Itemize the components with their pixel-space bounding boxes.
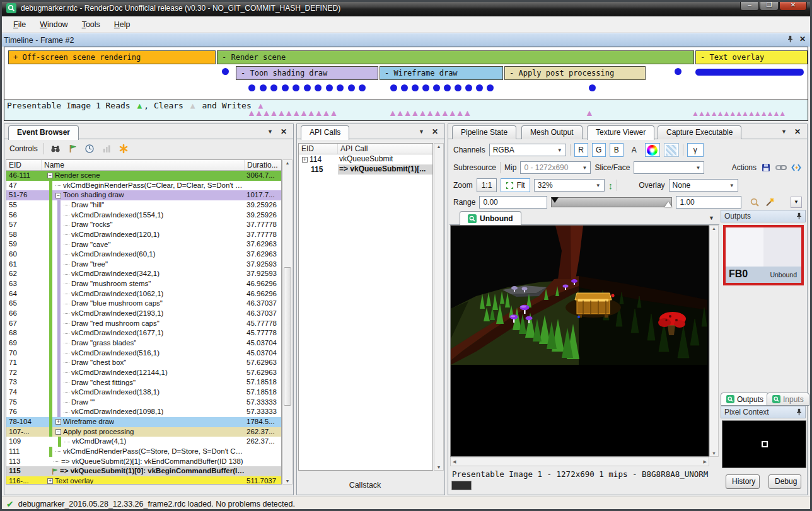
- expand-icon[interactable]: +: [302, 157, 308, 163]
- timeline-section[interactable]: - Render scene: [217, 50, 694, 64]
- timeline-draw-dot[interactable]: [465, 84, 472, 91]
- write-markers-group[interactable]: ▲: [585, 108, 593, 117]
- scroll-down-icon[interactable]: ▼: [434, 465, 443, 469]
- timeline-draw-dot[interactable]: [248, 84, 255, 91]
- timeline-draw-dot[interactable]: [260, 84, 267, 91]
- timeline-draw-dot[interactable]: [282, 84, 289, 91]
- event-row[interactable]: 71Draw "chest box"57.62963: [6, 358, 281, 368]
- preview-horizontal-scrollbar[interactable]: ◀ ▶: [450, 457, 709, 466]
- event-row[interactable]: 63Draw "mushroom stems"46.96296: [6, 279, 281, 289]
- menu-window[interactable]: Window: [33, 18, 74, 32]
- event-row[interactable]: 62vkCmdDrawIndexed(342,1)37.92593: [6, 269, 281, 279]
- collapse-icon[interactable]: −: [55, 193, 61, 198]
- zoom-fit-button[interactable]: Fit: [501, 178, 530, 192]
- event-row[interactable]: 47vkCmdBeginRenderPass(C=Clear, D=Clear,…: [6, 181, 281, 191]
- magnifier-icon[interactable]: [749, 197, 760, 208]
- event-row[interactable]: 78-104+Wireframe draw1784.5...: [6, 417, 281, 427]
- column-name[interactable]: Name: [42, 160, 245, 170]
- event-row[interactable]: 66vkCmdDrawIndexed(2193,1)46.37037: [6, 309, 281, 319]
- scroll-down-icon[interactable]: ▼: [283, 479, 292, 483]
- event-row[interactable]: 67Draw "red mushroom caps"45.77778: [6, 319, 281, 329]
- history-button[interactable]: History: [726, 474, 760, 489]
- timeline-panel[interactable]: + Off-screen scene rendering- Render sce…: [4, 47, 808, 121]
- tab-unbound[interactable]: Unbound: [460, 211, 521, 225]
- menu-file[interactable]: File: [6, 18, 33, 32]
- timeline-draw-dot[interactable]: [270, 84, 277, 91]
- event-row[interactable]: 74vkCmdDrawIndexed(138,1)57.18518: [6, 388, 281, 398]
- api-call-row[interactable]: 115=> vkQueueSubmit(1)[...: [299, 164, 432, 175]
- scroll-left-icon[interactable]: ◀: [453, 459, 456, 464]
- pixel-context-header[interactable]: Pixel Context: [721, 406, 806, 418]
- column-duration[interactable]: Duratio...: [245, 160, 281, 170]
- close-icon[interactable]: ✕: [794, 127, 801, 136]
- event-row[interactable]: 69Draw "grass blades"45.03704: [6, 338, 281, 348]
- timeline-draw-dot[interactable]: [422, 84, 429, 91]
- timeline-draw-dot[interactable]: [348, 84, 355, 91]
- channel-green-button[interactable]: G: [592, 143, 606, 157]
- write-markers-group[interactable]: ▲▲▲▲▲▲▲▲▲▲▲: [388, 108, 470, 117]
- menu-tools[interactable]: Tools: [75, 18, 107, 32]
- gamma-button[interactable]: γ: [687, 143, 704, 157]
- range-slider-black-handle[interactable]: [551, 197, 559, 203]
- tab-inputs[interactable]: Inputs: [767, 393, 809, 406]
- event-row[interactable]: 61Draw "tree"37.92593: [6, 260, 281, 270]
- link-icon[interactable]: [775, 162, 787, 173]
- close-icon[interactable]: ✕: [799, 35, 806, 43]
- collapse-icon[interactable]: −: [47, 173, 53, 178]
- time-draws-icon[interactable]: [84, 143, 95, 154]
- event-row[interactable]: 75Draw ""57.33333: [6, 398, 281, 408]
- title-bar[interactable]: debugmarker.rdc - RenderDoc Unofficial r…: [0, 0, 812, 16]
- chevron-down-icon[interactable]: ▼: [709, 215, 714, 221]
- timeline-section[interactable]: - Wireframe draw: [380, 66, 503, 80]
- event-row[interactable]: 58vkCmdDrawIndexed(120,1)37.77778: [6, 230, 281, 240]
- event-row[interactable]: 64vkCmdDrawIndexed(1062,1)46.96296: [6, 289, 281, 299]
- event-row[interactable]: 73Draw "chest fittings"57.18518: [6, 377, 281, 388]
- close-icon[interactable]: ✕: [281, 127, 287, 136]
- timeline-draw-dot[interactable]: [337, 84, 344, 91]
- scrollbar-thumb[interactable]: [284, 267, 291, 406]
- timeline-draw-pill[interactable]: [695, 69, 804, 76]
- timeline-draw-dot[interactable]: [444, 84, 451, 91]
- timeline-draw-dot[interactable]: [487, 84, 494, 91]
- timeline-draw-dot[interactable]: [390, 84, 397, 91]
- write-markers-group[interactable]: ▲▲▲▲▲▲▲▲▲▲▲▲▲▲▲: [692, 110, 785, 117]
- timeline-draw-dot[interactable]: [222, 68, 229, 75]
- timeline-section[interactable]: - Toon shading draw: [236, 66, 378, 80]
- close-button[interactable]: ✕: [779, 0, 807, 11]
- api-table-header[interactable]: EID API Call: [299, 144, 432, 154]
- event-row[interactable]: 111vkCmdEndRenderPass(C=Store, D=Store, …: [6, 447, 281, 457]
- event-row[interactable]: 109vkCmdDraw(4,1)262.37...: [6, 437, 281, 447]
- minimize-button[interactable]: –: [740, 0, 759, 11]
- api-calls-scrollbar[interactable]: ▲ ▼: [434, 143, 444, 471]
- timeline-draw-dot[interactable]: [359, 84, 366, 91]
- texture-preview[interactable]: [450, 225, 709, 457]
- event-row[interactable]: 116-...+Text overlay511.7037: [6, 476, 281, 485]
- zoom-1to1-button[interactable]: 1:1: [477, 178, 497, 192]
- range-options-button[interactable]: ▼: [791, 197, 802, 208]
- timeline-section[interactable]: + Off-screen scene rendering: [8, 50, 216, 64]
- event-row[interactable]: 70vkCmdDrawIndexed(516,1)45.03704: [6, 348, 281, 359]
- timeline-draw-dot[interactable]: [326, 84, 333, 91]
- event-table-header[interactable]: EID Name Duratio...: [6, 160, 281, 171]
- mip-dropdown[interactable]: 0 - 1272x690▼: [520, 161, 591, 174]
- pin-icon[interactable]: [787, 35, 793, 43]
- chevron-down-icon[interactable]: ▼: [419, 129, 424, 135]
- tab-mesh-output[interactable]: Mesh Output: [521, 125, 583, 139]
- timeline-draw-dot[interactable]: [589, 84, 596, 91]
- outputs-header[interactable]: Outputs: [721, 210, 806, 222]
- goto-eid-icon[interactable]: [67, 143, 78, 154]
- debug-button[interactable]: Debug: [768, 474, 801, 489]
- api-call-row[interactable]: +114vkQueueSubmit: [299, 154, 432, 164]
- checkerboard-button[interactable]: [664, 143, 679, 157]
- event-browser-scrollbar[interactable]: ▲ ▼: [282, 159, 293, 485]
- expand-icon[interactable]: +: [47, 478, 53, 484]
- tab-outputs[interactable]: Outputs: [721, 393, 769, 406]
- event-row[interactable]: 65Draw "blue mushroom caps"46.37037: [6, 299, 281, 309]
- event-row[interactable]: 60vkCmdDrawIndexed(60,1)37.62963: [6, 250, 281, 260]
- timeline-draw-dot[interactable]: [412, 84, 419, 91]
- range-slider[interactable]: [551, 197, 672, 207]
- menu-help[interactable]: Help: [107, 18, 137, 32]
- tab-pipeline-state[interactable]: Pipeline State: [452, 125, 516, 139]
- code-icon[interactable]: [791, 162, 802, 173]
- pin-icon[interactable]: [796, 408, 802, 416]
